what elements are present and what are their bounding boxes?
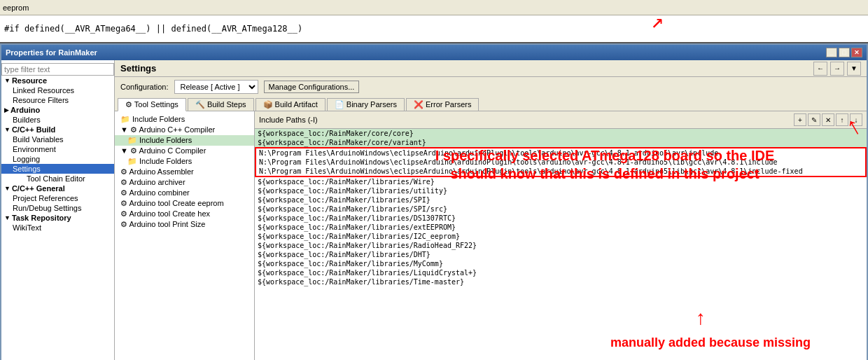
sidebar-item-environment[interactable]: Environment <box>1 144 114 154</box>
code-text: #if defined(__AVR_ATmega64__) || defined… <box>4 24 302 34</box>
sidebar-item-c/c++-build[interactable]: ▼C/C++ Build <box>1 125 114 134</box>
sidebar: ▼ResourceLinked ResourcesResource Filter… <box>1 60 115 360</box>
path-row[interactable]: ${workspace_loc:/RainMaker/core/variant} <box>255 138 867 147</box>
include-paths-header: Include Paths (-I) + ✎ ✕ ↑ ↓ <box>255 111 867 129</box>
tab-tool-settings[interactable]: ⚙ Tool Settings <box>118 98 186 111</box>
properties-window: Properties for RainMaker _ □ ✕ ▼Resource… <box>0 43 868 360</box>
path-row[interactable]: ${workspace_loc:/RainMaker/libraries/I2C… <box>255 232 867 241</box>
tab-build-artifact[interactable]: 📦 Build Artifact <box>255 98 326 111</box>
path-row[interactable]: ${workspace_loc:/RainMaker/libraries/SPI… <box>255 205 867 214</box>
sidebar-item-tool-chain-editor[interactable]: Tool Chain Editor <box>1 174 114 184</box>
include-paths-title: Include Paths (-I) <box>259 116 318 124</box>
tree-item-include-folders[interactable]: 📁 Include Folders <box>115 156 254 167</box>
tree-item-arduino-tool-create-hex[interactable]: ⚙ Arduino tool Create hex <box>115 209 254 219</box>
close-button[interactable]: ✕ <box>851 48 862 57</box>
sidebar-item-resource[interactable]: ▼Resource <box>1 76 114 85</box>
sidebar-item-run/debug-settings[interactable]: Run/Debug Settings <box>1 203 114 213</box>
sidebar-item-builders[interactable]: Builders <box>1 115 114 125</box>
top-bar: eeprom <box>0 0 868 15</box>
delete-path-button[interactable]: ✕ <box>822 113 834 126</box>
tree-item-arduino-archiver[interactable]: ⚙ Arduino archiver <box>115 177 254 188</box>
sidebar-tree: ▼ResourceLinked ResourcesResource Filter… <box>1 76 114 233</box>
path-row[interactable]: ${workspace_loc:/RainMaker/libraries/Wir… <box>255 177 867 186</box>
maximize-button[interactable]: □ <box>839 48 850 57</box>
tab-build-steps[interactable]: 🔨 Build Steps <box>188 98 254 111</box>
window-titlebar: Properties for RainMaker _ □ ✕ <box>1 45 867 60</box>
include-toolbar: + ✎ ✕ ↑ ↓ <box>794 113 862 126</box>
tree-item-arduino-tool-create-eeprom[interactable]: ⚙ Arduino tool Create eeprom <box>115 198 254 209</box>
tab-binary-parsers[interactable]: 📄 Binary Parsers <box>327 98 405 111</box>
path-row[interactable]: N:\Program Files\ArduinoWindows\eclipseA… <box>256 148 865 158</box>
sidebar-item-wikitext[interactable]: WikiText <box>1 223 114 233</box>
config-label: Configuration: <box>120 83 169 91</box>
filter-input[interactable] <box>1 63 114 76</box>
forward-button[interactable]: → <box>830 62 844 76</box>
path-row[interactable]: ${workspace_loc:/RainMaker/libraries/MyC… <box>255 259 867 268</box>
path-row[interactable]: N:\Program Files\ArduinoWindows\eclipseA… <box>256 158 865 167</box>
sidebar-item-linked-resources[interactable]: Linked Resources <box>1 85 114 95</box>
tree-item-arduino-c++-compiler[interactable]: ▼ ⚙ Arduino C++ Compiler <box>115 125 254 135</box>
redbox-group: N:\Program Files\ArduinoWindows\eclipseA… <box>255 147 867 177</box>
tree-item-include-folders[interactable]: 📁 Include Folders <box>115 135 254 146</box>
path-row[interactable]: ${workspace_loc:/RainMaker/libraries/Tim… <box>255 277 867 286</box>
tree-item-arduino-c-compiler[interactable]: ▼ ⚙ Arduino C Compiler <box>115 146 254 156</box>
minimize-button[interactable]: _ <box>826 48 837 57</box>
settings-title: Settings <box>120 63 156 74</box>
tree-item-include-folders[interactable]: 📁 Include Folders <box>115 114 254 125</box>
top-bar-label: eeprom <box>3 4 29 12</box>
tab-error-parsers[interactable]: ❌ Error Parsers <box>406 98 479 111</box>
sidebar-item-logging[interactable]: Logging <box>1 154 114 164</box>
path-row[interactable]: ${workspace_loc:/RainMaker/core/core} <box>255 129 867 138</box>
sidebar-item-build-variables[interactable]: Build Variables <box>1 134 114 144</box>
tree-item-arduino-tool-print-size[interactable]: ⚙ Arduino tool Print Size <box>115 219 254 230</box>
tabs-row: ⚙ Tool Settings🔨 Build Steps📦 Build Arti… <box>115 97 867 111</box>
path-row[interactable]: ${workspace_loc:/RainMaker/libraries/DS1… <box>255 214 867 223</box>
config-row: Configuration: Release [ Active ] Manage… <box>115 77 867 97</box>
window-title: Properties for RainMaker <box>6 48 97 57</box>
back-button[interactable]: ← <box>813 62 827 76</box>
sidebar-item-c/c++-general[interactable]: ▼C/C++ General <box>1 184 114 193</box>
menu-button[interactable]: ▼ <box>847 62 861 76</box>
path-row[interactable]: ${workspace_loc:/RainMaker/libraries/SPI… <box>255 195 867 205</box>
right-panel: Include Paths (-I) + ✎ ✕ ↑ ↓ ${workspace… <box>255 111 867 360</box>
edit-path-button[interactable]: ✎ <box>808 113 820 126</box>
tree-item-arduino-assembler[interactable]: ⚙ Arduino Assembler <box>115 167 254 177</box>
path-row[interactable]: ${workspace_loc:/RainMaker/libraries/Rad… <box>255 241 867 250</box>
sidebar-item-project-references[interactable]: Project References <box>1 193 114 203</box>
path-row[interactable]: ${workspace_loc:/RainMaker/libraries/ext… <box>255 223 867 232</box>
path-row[interactable]: ${workspace_loc:/RainMaker/libraries/Liq… <box>255 268 867 277</box>
path-row[interactable]: N:\Program Files\ArduinoWindows\eclipseA… <box>256 167 865 176</box>
tool-tree-panel: 📁 Include Folders▼ ⚙ Arduino C++ Compile… <box>115 111 255 360</box>
main-split: 📁 Include Folders▼ ⚙ Arduino C++ Compile… <box>115 111 867 360</box>
paths-list: ${workspace_loc:/RainMaker/core/core}${w… <box>255 129 867 360</box>
code-area: #if defined(__AVR_ATmega64__) || defined… <box>0 15 868 43</box>
settings-header: Settings ← → ▼ <box>115 60 867 77</box>
config-dropdown[interactable]: Release [ Active ] <box>174 80 258 94</box>
sidebar-item-task-repository[interactable]: ▼Task Repository <box>1 213 114 223</box>
manage-configurations-button[interactable]: Manage Configurations... <box>264 81 360 93</box>
sidebar-item-arduino[interactable]: ▶Arduino <box>1 105 114 115</box>
toolbar-icons: ← → ▼ <box>813 62 861 76</box>
path-row[interactable]: ${workspace_loc:/RainMaker/libraries/DHT… <box>255 250 867 259</box>
path-row[interactable]: ${workspace_loc:/RainMaker/libraries/uti… <box>255 186 867 195</box>
window-controls: _ □ ✕ <box>826 48 862 57</box>
window-body: ▼ResourceLinked ResourcesResource Filter… <box>1 60 867 360</box>
content-area: Settings ← → ▼ Configuration: Release [ … <box>115 60 867 360</box>
tree-item-arduino-combiner[interactable]: ⚙ Arduino combiner <box>115 188 254 198</box>
sidebar-item-settings[interactable]: Settings <box>1 164 114 174</box>
sidebar-item-resource-filters[interactable]: Resource Filters <box>1 95 114 105</box>
move-down-button[interactable]: ↓ <box>850 113 862 126</box>
move-up-button[interactable]: ↑ <box>836 113 848 126</box>
add-path-button[interactable]: + <box>794 113 806 126</box>
